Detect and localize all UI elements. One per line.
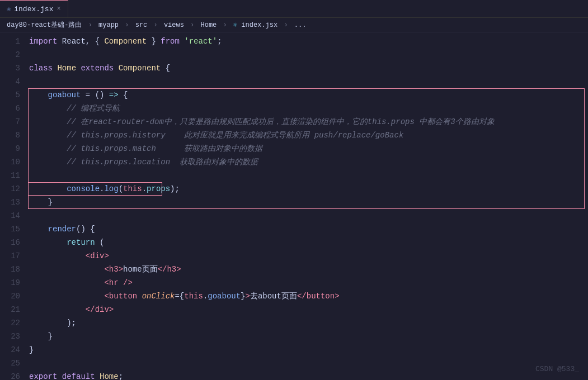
line-num: 18 [4, 263, 20, 276]
code-line-26: export default Home; [25, 370, 588, 380]
line-num: 4 [4, 75, 20, 88]
line-numbers: 1 2 3 4 5 6 7 8 9 10 11 12 13 14 15 16 1… [0, 32, 25, 380]
code-line-15: render() { [25, 222, 588, 236]
line-num: 5 [4, 88, 20, 102]
code-line-14 [25, 209, 588, 222]
react-breadcrumb-icon: ⚛ [233, 21, 237, 29]
editor: 1 2 3 4 5 6 7 8 9 10 11 12 13 14 15 16 1… [0, 32, 588, 380]
close-tab-button[interactable]: × [57, 5, 60, 13]
code-line-13: } [25, 196, 588, 209]
line-num: 20 [4, 289, 20, 303]
tab-bar: ⚛ index.jsx × [0, 0, 588, 18]
line-num: 13 [4, 196, 20, 209]
line-num: 15 [4, 222, 20, 236]
line-num: 10 [4, 155, 20, 169]
code-line-20: <button onClick={this.goabout}>去about页面<… [25, 289, 588, 303]
line-num: 24 [4, 343, 20, 357]
line-num: 22 [4, 316, 20, 330]
code-line-24: } [25, 343, 588, 357]
tab-index-jsx[interactable]: ⚛ index.jsx × [0, 0, 68, 17]
code-line-22: ); [25, 316, 588, 330]
code-line-25 [25, 357, 588, 370]
code-line-16: return ( [25, 236, 588, 249]
code-line-19: <hr /> [25, 276, 588, 289]
code-line-11 [25, 169, 588, 182]
line-num: 23 [4, 330, 20, 343]
react-file-icon: ⚛ [7, 5, 11, 13]
code-content: import React, { Component } from 'react'… [25, 32, 588, 380]
line-num: 9 [4, 142, 20, 155]
watermark: CSDN @533_ [535, 365, 579, 373]
code-line-9: // this.props.match 获取路由对象中的数据 [25, 142, 588, 155]
line-num: 12 [4, 182, 20, 196]
line-num: 16 [4, 236, 20, 249]
tab-filename: index.jsx [14, 5, 53, 13]
code-line-17: <div> [25, 249, 588, 263]
code-line-8: // this.props.history 此对应就是用来完成编程式导航所用 p… [25, 129, 588, 142]
code-line-5: goabout = () => { [25, 88, 588, 102]
code-line-21: </div> [25, 303, 588, 316]
code-line-4 [25, 75, 588, 88]
code-line-1: import React, { Component } from 'react'… [25, 35, 588, 48]
code-line-7: // 在react-router-dom中，只要是路由规则匹配成功后，直接渲染的… [25, 115, 588, 129]
line-num: 7 [4, 115, 20, 129]
line-num: 1 [4, 35, 20, 48]
breadcrumb: day80-react基础-路由 › myapp › src › views ›… [0, 18, 588, 32]
line-num: 25 [4, 357, 20, 370]
line-num: 17 [4, 249, 20, 263]
line-num: 19 [4, 276, 20, 289]
line-num: 6 [4, 102, 20, 115]
line-num: 26 [4, 370, 20, 380]
line-num: 11 [4, 169, 20, 182]
code-line-12: console.log(this.props); [25, 182, 588, 196]
line-num: 21 [4, 303, 20, 316]
code-line-10: // this.props.location 获取路由对象中的数据 [25, 155, 588, 169]
code-line-3: class Home extends Component { [25, 61, 588, 75]
line-num: 2 [4, 48, 20, 61]
code-line-6: // 编程式导航 [25, 102, 588, 115]
line-num: 8 [4, 129, 20, 142]
line-num: 14 [4, 209, 20, 222]
line-num: 3 [4, 61, 20, 75]
code-line-18: <h3>home页面</h3> [25, 263, 588, 276]
code-line-23: } [25, 330, 588, 343]
code-line-2 [25, 48, 588, 61]
